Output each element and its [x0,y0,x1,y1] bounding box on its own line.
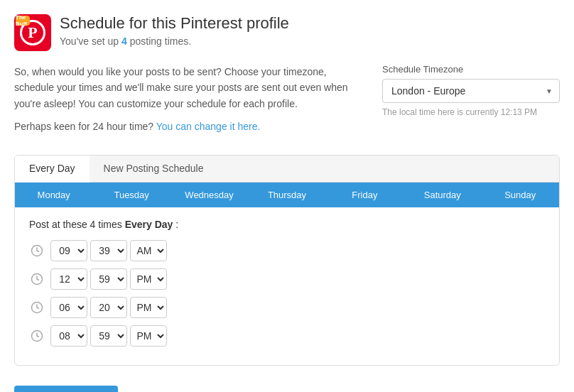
description-paragraph: So, when would you like your posts to be… [14,64,361,111]
hour-format-text: Perhaps keen for 24 hour time? You can c… [14,119,361,134]
days-row: Monday Tuesday Wednesday Thursday Friday… [15,183,559,207]
day-wednesday[interactable]: Wednesday [170,183,248,207]
ampm-select-3[interactable]: PM [130,297,167,318]
page-header: The Buff P Schedule for this Pinterest p… [14,14,560,51]
time-row-4: 08 59 PM [29,325,545,347]
clock-icon-3 [29,300,45,315]
logo-badge-text: The Buff [16,14,30,27]
hour-select-3[interactable]: 06 [50,297,87,318]
minute-select-3[interactable]: 20 [90,297,127,318]
day-friday[interactable]: Friday [326,183,404,207]
clock-icon-2 [29,271,45,287]
minute-select-1[interactable]: 39 [90,240,127,261]
description-text: So, when would you like your posts to be… [14,64,361,142]
tabs: Every Day New Posting Schedule [15,156,559,183]
post-times-section: Post at these 4 times Every Day : 09 39 … [15,207,559,365]
schedule-section: Every Day New Posting Schedule Monday Tu… [14,155,560,366]
hour-select-4[interactable]: 08 [50,325,87,347]
day-saturday[interactable]: Saturday [404,183,481,207]
header-text: Schedule for this Pinterest profile You'… [60,14,289,47]
ampm-select-4[interactable]: PM [130,325,167,347]
post-label-prefix: Post at these 4 times [29,219,125,230]
add-posting-time-button[interactable]: Add Posting Time [14,386,118,392]
logo-badge: The Buff [16,16,30,26]
ampm-select-1[interactable]: AM [130,240,167,261]
minute-select-2[interactable]: 59 [90,268,127,290]
timezone-wrapper: London - Europe [382,79,560,103]
posting-count: 4 [121,36,127,47]
timezone-select[interactable]: London - Europe [382,79,560,103]
timezone-panel: Schedule Timezone London - Europe The lo… [382,64,560,142]
tab-new-schedule[interactable]: New Posting Schedule [90,156,218,182]
day-thursday[interactable]: Thursday [248,183,325,207]
main-content: So, when would you like your posts to be… [14,64,560,142]
time-row-3: 06 20 PM [29,297,545,318]
subtitle: You've set up 4 posting times. [60,36,289,47]
time-row-2: 12 59 PM [29,268,545,290]
hour-select-1[interactable]: 09 [50,240,87,261]
subtitle-suffix: posting times. [127,36,191,47]
local-time: The local time here is currently 12:13 P… [382,107,560,117]
clock-icon-4 [29,328,45,344]
logo-container: The Buff P [14,14,51,51]
timezone-label: Schedule Timezone [382,64,560,75]
post-label: Post at these 4 times Every Day : [29,219,545,230]
post-label-bold: Every Day [125,219,173,230]
post-label-suffix: : [173,219,178,230]
day-sunday[interactable]: Sunday [482,183,559,207]
hour-select-2[interactable]: 12 [50,268,87,290]
day-monday[interactable]: Monday [15,183,92,207]
subtitle-prefix: You've set up [60,36,121,47]
change-link[interactable]: You can change it here. [156,121,261,132]
tab-every-day[interactable]: Every Day [15,156,90,183]
ampm-select-2[interactable]: PM [130,268,167,290]
clock-icon-1 [29,243,45,258]
page-title: Schedule for this Pinterest profile [60,14,289,33]
hour-prefix: Perhaps keen for 24 hour time? [14,121,156,132]
time-row-1: 09 39 AM [29,240,545,261]
day-tuesday[interactable]: Tuesday [92,183,170,207]
minute-select-4[interactable]: 59 [90,325,127,347]
